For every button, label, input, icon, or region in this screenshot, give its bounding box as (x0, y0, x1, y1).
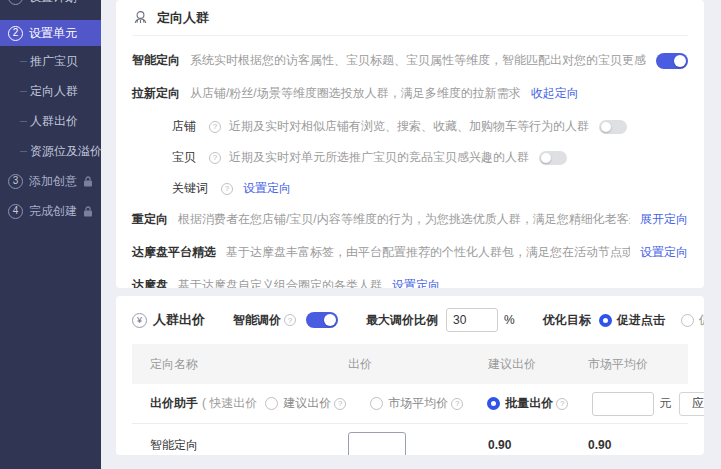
new-customer-targeting-row: 拉新定向 从店铺/粉丝/场景等维度圈选投放人群，满足多维度的拉新需求 收起定向 (132, 85, 688, 102)
step-4-label: 完成创建 (29, 203, 77, 220)
quick-bid-prefix: ( 快速出价 (202, 395, 257, 412)
targeting-audience-card: 定向人群 智能定向 系统实时根据您的访客属性、宝贝标题、宝贝属性等维度，智能匹配… (116, 0, 704, 288)
shop-targeting-row: 店铺 ? 近期及实时对相似店铺有浏览、搜索、收藏、加购物车等行为的人群 (172, 118, 688, 135)
dmp-label: 达摩盘 (132, 277, 168, 288)
step-4-number: 4 (8, 204, 23, 219)
helper-option-label: 批量出价 (505, 395, 553, 412)
apply-button[interactable]: 应用 (679, 392, 704, 416)
sidebar-item-placement-premium[interactable]: 资源位及溢价 (0, 136, 101, 166)
step-3-label: 添加创意 (29, 173, 77, 190)
step-3-number: 3 (8, 174, 23, 189)
keyword-label: 关键词 (172, 180, 208, 197)
shop-label: 店铺 (172, 118, 196, 135)
keyword-set-targeting-link[interactable]: 设置定向 (243, 180, 291, 197)
retargeting-row: 重定向 根据消费者在您店铺/宝贝/内容等维度的行为，为您挑选优质人群，满足您精细… (132, 211, 688, 228)
new-customer-label: 拉新定向 (132, 85, 180, 102)
dmp-set-link[interactable]: 设置定向 (392, 277, 440, 288)
yuan-unit-label: 元 (659, 395, 671, 412)
row-market-avg: 0.90 (588, 438, 688, 452)
radio-icon (265, 397, 278, 410)
new-customer-desc: 从店铺/粉丝/场景等维度圈选投放人群，满足多维度的拉新需求 (190, 85, 521, 102)
sidebar-step-3-locked: 3 添加创意 (0, 166, 101, 196)
radio-icon (370, 397, 383, 410)
help-icon[interactable]: ? (209, 121, 221, 133)
help-icon[interactable]: ? (451, 398, 463, 410)
help-icon[interactable]: ? (221, 183, 233, 195)
targeting-card-title: 定向人群 (157, 9, 209, 27)
helper-radio-suggested[interactable]: 建议出价 ? (265, 395, 354, 412)
row-targeting-name: 智能定向 (150, 437, 348, 454)
step-1-label: 设置计划 (29, 0, 77, 6)
bid-card-title: 人群出价 (153, 311, 205, 329)
smart-targeting-label: 智能定向 (132, 52, 180, 69)
help-icon[interactable]: ? (209, 152, 221, 164)
sidebar-item-targeting-audience[interactable]: 定向人群 (0, 76, 101, 106)
dmp-row: 达摩盘 基于达摩盘自定义组合圈定的各类人群 设置定向 (132, 277, 688, 288)
dmp-desc: 基于达摩盘自定义组合圈定的各类人群 (178, 277, 382, 288)
help-icon[interactable]: ? (334, 398, 346, 410)
smart-targeting-desc: 系统实时根据您的访客属性、宝贝标题、宝贝属性等维度，智能匹配出对您的宝贝更感兴趣… (190, 52, 646, 69)
goal-radio-clicks[interactable]: 促进点击 (599, 312, 665, 329)
dmp-featured-label: 达摩盘平台精选 (132, 244, 216, 261)
radio-selected-icon (599, 314, 612, 327)
step-1-number: 1 (8, 0, 23, 5)
shop-desc: 近期及实时对相似店铺有浏览、搜索、收藏、加购物车等行为的人群 (229, 118, 589, 135)
helper-radio-batch[interactable]: 批量出价 ? (487, 395, 576, 412)
helper-radio-market[interactable]: 市场平均价 ? (370, 395, 471, 412)
sidebar-step-2-active[interactable]: 2 设置单元 (0, 20, 101, 46)
helper-option-label: 建议出价 (283, 395, 331, 412)
col-header-name: 定向名称 (150, 356, 348, 373)
expand-targeting-link[interactable]: 展开定向 (640, 211, 688, 228)
sub-item-label: 推广宝贝 (30, 53, 78, 70)
item-targeting-row: 宝贝 ? 近期及实时对单元所选推广宝贝的竞品宝贝感兴趣的人群 (172, 149, 688, 166)
goal-label: 促进收藏加购 (699, 312, 704, 329)
step-2-number: 2 (8, 26, 23, 41)
dmp-featured-set-link[interactable]: 设置定向 (640, 244, 688, 261)
step-2-label: 设置单元 (29, 25, 77, 42)
col-header-suggested: 建议出价 (488, 356, 588, 373)
help-icon[interactable]: ? (284, 314, 296, 326)
col-header-bid: 出价 (348, 356, 488, 373)
sidebar-item-promote-item[interactable]: 推广宝贝 (0, 46, 101, 76)
dmp-featured-desc: 基于达摩盘丰富标签，由平台配置推荐的个性化人群包，满足您在活动节点或者行业上的圈… (226, 244, 630, 261)
targeting-card-header: 定向人群 (132, 0, 688, 36)
optimize-goal-label: 优化目标 (543, 312, 591, 329)
dmp-featured-row: 达摩盘平台精选 基于达摩盘丰富标签，由平台配置推荐的个性化人群包，满足您在活动节… (132, 244, 688, 261)
sub-item-label: 资源位及溢价 (30, 143, 101, 160)
retargeting-desc: 根据消费者在您店铺/宝贝/内容等维度的行为，为您挑选优质人群，满足您精细化老客运… (178, 211, 630, 228)
smart-price-toggle[interactable] (306, 312, 338, 328)
bid-helper-label: 出价助手 (150, 395, 198, 412)
max-ratio-label: 最大调价比例 (366, 312, 438, 329)
audience-bid-card: ¥ 人群出价 智能调价 ? 最大调价比例 % 优化目标 促进点击 促进收藏加购 … (116, 296, 704, 455)
radio-selected-icon (487, 397, 500, 410)
smart-targeting-row: 智能定向 系统实时根据您的访客属性、宝贝标题、宝贝属性等维度，智能匹配出对您的宝… (132, 52, 688, 69)
row-bid-input[interactable] (348, 432, 406, 455)
sidebar-step-1[interactable]: 1 设置计划 (0, 0, 101, 10)
item-label: 宝贝 (172, 149, 196, 166)
sidebar-step-4-locked: 4 完成创建 (0, 196, 101, 226)
bid-helper-row: 出价助手 ( 快速出价 建议出价 ? 市场平均价 ? 批量出价 ? 元 应用 (132, 384, 688, 424)
steps-sidebar: 1 设置计划 2 设置单元 推广宝贝 定向人群 人群出价 资源位及溢价 3 添加… (0, 0, 101, 469)
helper-option-label: 市场平均价 (388, 395, 448, 412)
bid-table-header: 定向名称 出价 建议出价 市场平均价 (132, 344, 688, 384)
lock-icon (83, 206, 93, 217)
goal-label: 促进点击 (617, 312, 665, 329)
item-targeting-toggle[interactable] (539, 151, 567, 165)
sub-item-label: 人群出价 (30, 113, 78, 130)
max-ratio-input[interactable] (446, 308, 498, 332)
shop-targeting-toggle[interactable] (599, 120, 627, 134)
help-icon[interactable]: ? (556, 398, 568, 410)
batch-bid-amount-input[interactable] (592, 392, 654, 416)
lock-icon (83, 176, 93, 187)
sub-item-label: 定向人群 (30, 83, 78, 100)
goal-radio-favorites[interactable]: 促进收藏加购 (681, 312, 704, 329)
smart-price-label: 智能调价 (233, 312, 281, 329)
item-desc: 近期及实时对单元所选推广宝贝的竞品宝贝感兴趣的人群 (229, 149, 529, 166)
yuan-coin-icon: ¥ (132, 313, 147, 328)
main-content: 定向人群 智能定向 系统实时根据您的访客属性、宝贝标题、宝贝属性等维度，智能匹配… (116, 0, 704, 455)
sidebar-item-audience-bid[interactable]: 人群出价 (0, 106, 101, 136)
ratio-unit: % (504, 313, 515, 327)
smart-targeting-toggle[interactable] (656, 53, 688, 69)
collapse-targeting-link[interactable]: 收起定向 (531, 85, 579, 102)
retargeting-label: 重定向 (132, 211, 168, 228)
